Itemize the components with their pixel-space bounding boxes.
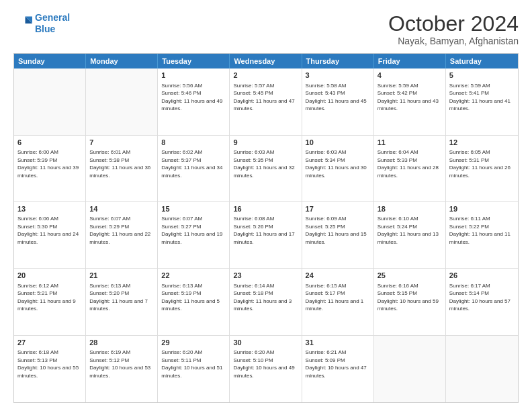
day-info: Sunrise: 5:57 AMSunset: 5:45 PMDaylight:… (233, 82, 298, 113)
header: General Blue October 2024 Nayak, Bamyan,… (13, 12, 519, 46)
table-row: 8Sunrise: 6:02 AMSunset: 5:37 PMDaylight… (158, 136, 230, 201)
table-row: 14Sunrise: 6:07 AMSunset: 5:29 PMDayligh… (86, 202, 158, 268)
table-row: 21Sunrise: 6:13 AMSunset: 5:20 PMDayligh… (86, 269, 158, 334)
day-info: Sunrise: 6:09 AMSunset: 5:25 PMDaylight:… (306, 215, 370, 246)
table-row (14, 68, 86, 134)
day-number: 18 (378, 204, 442, 214)
day-info: Sunrise: 6:16 AMSunset: 5:15 PMDaylight:… (378, 282, 442, 313)
day-number: 3 (306, 71, 370, 81)
day-info: Sunrise: 6:17 AMSunset: 5:14 PMDaylight:… (449, 282, 515, 313)
table-row (86, 68, 158, 134)
day-info: Sunrise: 6:07 AMSunset: 5:27 PMDaylight:… (161, 215, 226, 246)
day-number: 19 (449, 204, 515, 214)
table-row: 2Sunrise: 5:57 AMSunset: 5:45 PMDaylight… (230, 68, 302, 134)
day-info: Sunrise: 5:59 AMSunset: 5:41 PMDaylight:… (449, 82, 515, 113)
day-number: 11 (378, 138, 442, 148)
day-number: 29 (161, 338, 226, 348)
table-row: 28Sunrise: 6:19 AMSunset: 5:12 PMDayligh… (86, 336, 158, 402)
day-number: 22 (161, 271, 226, 281)
day-number: 4 (378, 71, 442, 81)
calendar-row: 13Sunrise: 6:06 AMSunset: 5:30 PMDayligh… (14, 202, 518, 269)
day-number: 15 (161, 204, 226, 214)
table-row: 26Sunrise: 6:17 AMSunset: 5:14 PMDayligh… (446, 269, 518, 334)
day-number: 20 (17, 271, 82, 281)
day-info: Sunrise: 5:58 AMSunset: 5:43 PMDaylight:… (306, 82, 370, 113)
day-info: Sunrise: 5:56 AMSunset: 5:46 PMDaylight:… (161, 82, 226, 113)
table-row: 20Sunrise: 6:12 AMSunset: 5:21 PMDayligh… (14, 269, 86, 334)
weekday-header: Thursday (302, 54, 374, 68)
day-info: Sunrise: 5:59 AMSunset: 5:42 PMDaylight:… (378, 82, 442, 113)
title-block: October 2024 Nayak, Bamyan, Afghanistan (388, 12, 519, 46)
table-row: 5Sunrise: 5:59 AMSunset: 5:41 PMDaylight… (446, 68, 518, 134)
day-info: Sunrise: 6:00 AMSunset: 5:39 PMDaylight:… (17, 148, 82, 179)
logo-icon (13, 14, 32, 33)
table-row: 22Sunrise: 6:13 AMSunset: 5:19 PMDayligh… (158, 269, 230, 334)
table-row: 13Sunrise: 6:06 AMSunset: 5:30 PMDayligh… (14, 202, 86, 268)
day-info: Sunrise: 6:03 AMSunset: 5:34 PMDaylight:… (306, 148, 370, 179)
day-info: Sunrise: 6:01 AMSunset: 5:38 PMDaylight:… (89, 148, 154, 179)
weekday-header: Sunday (14, 54, 86, 68)
table-row: 7Sunrise: 6:01 AMSunset: 5:38 PMDaylight… (86, 136, 158, 201)
calendar-row: 20Sunrise: 6:12 AMSunset: 5:21 PMDayligh… (14, 269, 518, 335)
weekday-header: Tuesday (158, 54, 230, 68)
logo-line1: General (35, 12, 70, 23)
day-info: Sunrise: 6:08 AMSunset: 5:26 PMDaylight:… (233, 215, 298, 246)
table-row: 27Sunrise: 6:18 AMSunset: 5:13 PMDayligh… (14, 336, 86, 402)
day-number: 13 (17, 204, 82, 214)
day-number: 16 (233, 204, 298, 214)
weekday-header: Wednesday (230, 54, 302, 68)
location: Nayak, Bamyan, Afghanistan (388, 36, 519, 46)
day-number: 14 (89, 204, 154, 214)
table-row: 31Sunrise: 6:21 AMSunset: 5:09 PMDayligh… (302, 336, 374, 402)
day-info: Sunrise: 6:04 AMSunset: 5:33 PMDaylight:… (378, 148, 442, 179)
day-number: 6 (17, 138, 82, 148)
day-number: 2 (233, 71, 298, 81)
day-number: 27 (17, 338, 82, 348)
day-info: Sunrise: 6:15 AMSunset: 5:17 PMDaylight:… (306, 282, 370, 313)
calendar-body: 1Sunrise: 5:56 AMSunset: 5:46 PMDaylight… (14, 68, 518, 402)
table-row: 1Sunrise: 5:56 AMSunset: 5:46 PMDaylight… (158, 68, 230, 134)
day-number: 28 (89, 338, 154, 348)
day-info: Sunrise: 6:11 AMSunset: 5:22 PMDaylight:… (449, 215, 515, 246)
table-row: 12Sunrise: 6:05 AMSunset: 5:31 PMDayligh… (446, 136, 518, 201)
logo-text: General Blue (35, 12, 70, 35)
calendar-row: 6Sunrise: 6:00 AMSunset: 5:39 PMDaylight… (14, 136, 518, 202)
day-info: Sunrise: 6:05 AMSunset: 5:31 PMDaylight:… (449, 148, 515, 179)
weekday-header: Monday (86, 54, 158, 68)
day-number: 26 (449, 271, 515, 281)
day-number: 21 (89, 271, 154, 281)
day-info: Sunrise: 6:20 AMSunset: 5:11 PMDaylight:… (161, 349, 226, 379)
table-row: 3Sunrise: 5:58 AMSunset: 5:43 PMDaylight… (302, 68, 374, 134)
logo: General Blue (13, 12, 70, 35)
calendar-row: 27Sunrise: 6:18 AMSunset: 5:13 PMDayligh… (14, 336, 518, 402)
weekday-header: Saturday (446, 54, 518, 68)
logo-line2: Blue (35, 24, 55, 34)
table-row: 15Sunrise: 6:07 AMSunset: 5:27 PMDayligh… (158, 202, 230, 268)
day-number: 9 (233, 138, 298, 148)
table-row: 25Sunrise: 6:16 AMSunset: 5:15 PMDayligh… (374, 269, 446, 334)
calendar-row: 1Sunrise: 5:56 AMSunset: 5:46 PMDaylight… (14, 68, 518, 135)
table-row: 29Sunrise: 6:20 AMSunset: 5:11 PMDayligh… (158, 336, 230, 402)
table-row: 6Sunrise: 6:00 AMSunset: 5:39 PMDaylight… (14, 136, 86, 201)
day-info: Sunrise: 6:21 AMSunset: 5:09 PMDaylight:… (306, 349, 370, 379)
day-info: Sunrise: 6:18 AMSunset: 5:13 PMDaylight:… (17, 349, 82, 379)
day-number: 24 (306, 271, 370, 281)
table-row: 4Sunrise: 5:59 AMSunset: 5:42 PMDaylight… (374, 68, 446, 134)
table-row: 10Sunrise: 6:03 AMSunset: 5:34 PMDayligh… (302, 136, 374, 201)
table-row: 16Sunrise: 6:08 AMSunset: 5:26 PMDayligh… (230, 202, 302, 268)
table-row: 24Sunrise: 6:15 AMSunset: 5:17 PMDayligh… (302, 269, 374, 334)
day-number: 30 (233, 338, 298, 348)
day-info: Sunrise: 6:19 AMSunset: 5:12 PMDaylight:… (89, 349, 154, 379)
calendar: SundayMondayTuesdayWednesdayThursdayFrid… (13, 53, 519, 403)
day-number: 31 (306, 338, 370, 348)
day-info: Sunrise: 6:12 AMSunset: 5:21 PMDaylight:… (17, 282, 82, 313)
table-row: 30Sunrise: 6:20 AMSunset: 5:10 PMDayligh… (230, 336, 302, 402)
month-title: October 2024 (388, 12, 519, 36)
day-number: 7 (89, 138, 154, 148)
day-info: Sunrise: 6:07 AMSunset: 5:29 PMDaylight:… (89, 215, 154, 246)
day-info: Sunrise: 6:14 AMSunset: 5:18 PMDaylight:… (233, 282, 298, 313)
page: General Blue October 2024 Nayak, Bamyan,… (0, 0, 532, 411)
day-info: Sunrise: 6:20 AMSunset: 5:10 PMDaylight:… (233, 349, 298, 379)
day-number: 8 (161, 138, 226, 148)
day-number: 10 (306, 138, 370, 148)
